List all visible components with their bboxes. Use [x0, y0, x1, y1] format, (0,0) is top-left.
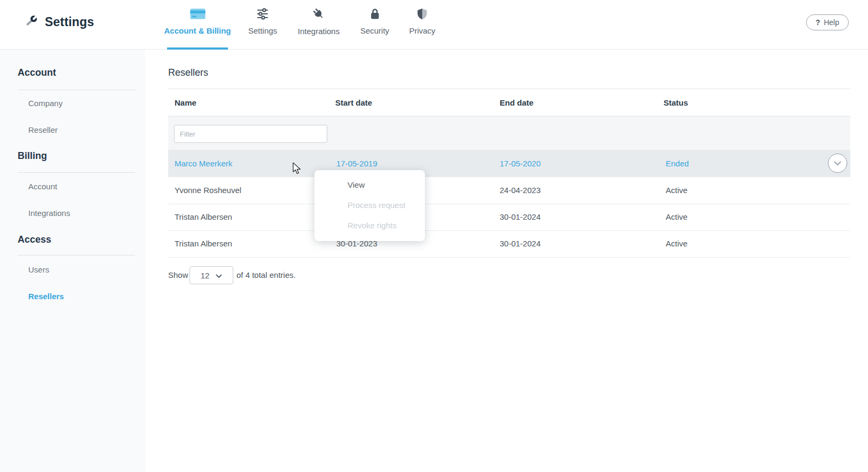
sidebar-item-reseller[interactable]: Reseller [28, 124, 58, 137]
question-icon: ? [816, 18, 820, 27]
sidebar-divider [18, 255, 135, 255]
sidebar-item-company[interactable]: Company [28, 97, 62, 110]
show-label: Show [168, 269, 188, 282]
wrench-icon [24, 14, 38, 30]
help-label: Help [824, 18, 839, 27]
sidebar-item-billing-account[interactable]: Account [28, 180, 57, 193]
menu-item-view[interactable]: View [348, 179, 365, 191]
page-size-select[interactable]: 12 [190, 266, 233, 284]
page-title: Settings [45, 15, 94, 29]
chevron-down-icon [216, 271, 222, 280]
tab-label: Privacy [409, 26, 435, 35]
chevron-down-icon [834, 159, 841, 167]
sidebar-divider [18, 90, 135, 90]
sidebar-item-resellers[interactable]: Resellers [28, 290, 64, 303]
menu-item-process-request: Process request [348, 199, 405, 212]
cell-name[interactable]: Tristan Albersen [175, 230, 232, 257]
cell-end-date: 30-01-2024 [500, 230, 541, 257]
menu-item-revoke-rights: Revoke rights [348, 219, 397, 232]
tab-label: Settings [248, 26, 277, 35]
total-entries-text: of 4 total entries. [236, 269, 296, 282]
cell-end-date: 24-04-2023 [500, 177, 541, 204]
sidebar-section-access: Access [18, 233, 51, 246]
sidebar-section-billing: Billing [18, 149, 47, 162]
app-logo: Settings [24, 14, 94, 30]
column-header-name: Name [175, 97, 196, 109]
sliders-icon [256, 7, 269, 22]
table-row[interactable]: Tristan Albersen 30-01-2024 Active [168, 204, 850, 231]
app-header: Settings Account & Billing Sett [0, 0, 868, 50]
lock-icon [369, 7, 381, 22]
table-row[interactable]: Tristan Albersen 30-01-2023 30-01-2024 A… [168, 230, 850, 258]
tab-security[interactable]: Security [360, 7, 389, 35]
column-header-status: Status [664, 97, 688, 109]
filter-input[interactable] [174, 125, 327, 143]
filter-row [168, 116, 850, 150]
cell-name[interactable]: Yvonne Rosheuvel [175, 177, 241, 204]
page-size-value: 12 [201, 271, 210, 280]
column-header-end-date: End date [500, 97, 533, 109]
cell-name[interactable]: Marco Meerkerk [175, 150, 232, 177]
tab-privacy[interactable]: Privacy [409, 7, 435, 35]
tab-account-billing[interactable]: Account & Billing [164, 7, 231, 35]
tab-label: Integrations [298, 27, 340, 36]
row-actions-button[interactable] [828, 154, 847, 173]
table-row[interactable]: Yvonne Rosheuvel 24-04-2023 Active [168, 177, 850, 204]
settings-sidebar: Account Company Reseller Billing Account… [0, 49, 146, 472]
section-title: Resellers [168, 67, 208, 78]
plug-icon [312, 7, 325, 23]
table-row[interactable]: Marco Meerkerk 17-05-2019 17-05-2020 End… [168, 150, 850, 177]
cell-end-date: 30-01-2024 [500, 204, 541, 230]
sidebar-item-billing-integrations[interactable]: Integrations [28, 207, 70, 220]
row-context-menu: View Process request Revoke rights [314, 170, 425, 241]
active-tab-underline [167, 47, 228, 50]
divider [168, 89, 850, 89]
mouse-cursor [291, 162, 303, 177]
credit-card-icon [190, 7, 206, 22]
tab-integrations[interactable]: Integrations [298, 7, 340, 36]
cell-status: Active [666, 204, 688, 230]
sidebar-section-account: Account [18, 66, 56, 79]
main-content: Resellers Name Start date End date Statu… [145, 49, 868, 472]
tab-label: Account & Billing [164, 26, 231, 35]
cell-name[interactable]: Tristan Albersen [175, 204, 232, 230]
help-button[interactable]: ? Help [806, 14, 849, 30]
tab-settings[interactable]: Settings [248, 7, 277, 35]
cell-status: Active [666, 177, 688, 204]
cell-status: Ended [666, 150, 689, 177]
cell-end-date[interactable]: 17-05-2020 [500, 150, 541, 177]
sidebar-divider [18, 172, 135, 173]
cell-status: Active [666, 230, 688, 257]
settings-page: Settings Account & Billing Sett [0, 0, 868, 472]
shield-icon [416, 7, 429, 22]
sidebar-item-users[interactable]: Users [28, 263, 49, 276]
column-header-start-date: Start date [335, 97, 372, 109]
tab-label: Security [360, 26, 389, 35]
